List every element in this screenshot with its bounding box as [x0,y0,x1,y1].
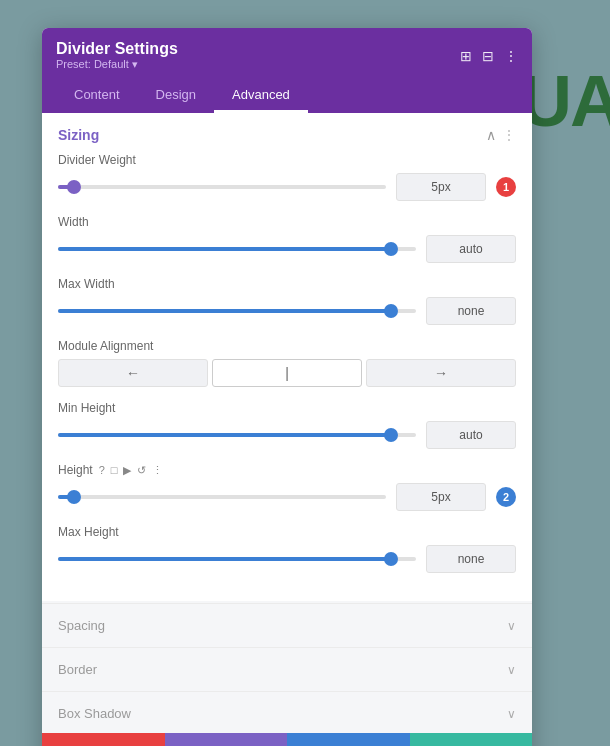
height-label-row: Height ? □ ▶ ↺ ⋮ [58,463,516,477]
max-height-label: Max Height [58,525,516,539]
min-height-slider[interactable] [58,428,416,442]
panel-icon-split[interactable]: ⊟ [482,48,494,64]
height-link-icon[interactable]: ▶ [123,464,131,477]
bottom-bar: ✕ ↺ ↻ ✓ [42,733,532,746]
sizing-section-header[interactable]: Sizing ∧ ⋮ [42,113,532,153]
sizing-section-title: Sizing [58,127,99,143]
border-section: Border ∨ [42,647,532,691]
width-slider[interactable] [58,242,416,256]
height-slider[interactable] [58,490,386,504]
sizing-section-body: Divider Weight 1 Width [42,153,532,601]
box-shadow-chevron: ∨ [507,707,516,721]
confirm-button[interactable]: ✓ [410,733,533,746]
panel-preset[interactable]: Preset: Default ▾ [56,58,178,71]
max-width-label: Max Width [58,277,516,291]
sizing-section-icons: ∧ ⋮ [486,127,516,143]
panel-title-group: Divider Settings Preset: Default ▾ [56,40,178,71]
module-alignment-label: Module Alignment [58,339,516,353]
border-header[interactable]: Border ∨ [42,648,532,691]
box-shadow-section: Box Shadow ∨ [42,691,532,733]
sizing-section: Sizing ∧ ⋮ Divider Weight [42,113,532,601]
panel-icon-more[interactable]: ⋮ [504,48,518,64]
height-more-icon[interactable]: ⋮ [152,464,163,477]
box-shadow-title: Box Shadow [58,706,131,721]
height-label: Height [58,463,93,477]
height-reset-icon[interactable]: ↺ [137,464,146,477]
max-width-slider[interactable] [58,304,416,318]
tab-advanced[interactable]: Advanced [214,79,308,113]
width-label: Width [58,215,516,229]
sizing-more-icon[interactable]: ⋮ [502,127,516,143]
divider-weight-slider[interactable] [58,180,386,194]
reset-button[interactable]: ↺ [165,733,288,746]
width-field: Width [58,215,516,263]
border-chevron: ∨ [507,663,516,677]
spacing-title: Spacing [58,618,105,633]
spacing-chevron: ∨ [507,619,516,633]
cancel-button[interactable]: ✕ [42,733,165,746]
align-left-btn[interactable]: ← [58,359,208,387]
align-right-btn[interactable]: → [366,359,516,387]
width-input[interactable] [426,235,516,263]
spacing-section: Spacing ∨ [42,603,532,647]
module-alignment-field: Module Alignment ← | → [58,339,516,387]
divider-weight-label: Divider Weight [58,153,516,167]
tab-content[interactable]: Content [56,79,138,113]
tab-design[interactable]: Design [138,79,214,113]
divider-weight-input[interactable] [396,173,486,201]
height-input[interactable] [396,483,486,511]
height-help-icon[interactable]: ? [99,464,105,476]
max-width-field: Max Width [58,277,516,325]
sizing-collapse-icon[interactable]: ∧ [486,127,496,143]
border-title: Border [58,662,97,677]
panel-title: Divider Settings [56,40,178,58]
panel-header: Divider Settings Preset: Default ▾ ⊞ ⊟ ⋮… [42,28,532,113]
divider-weight-field: Divider Weight 1 [58,153,516,201]
redo-button[interactable]: ↻ [287,733,410,746]
min-height-label: Min Height [58,401,516,415]
max-height-slider[interactable] [58,552,416,566]
spacing-header[interactable]: Spacing ∨ [42,604,532,647]
height-field: Height ? □ ▶ ↺ ⋮ [58,463,516,511]
divider-weight-badge: 1 [496,177,516,197]
panel-header-icons: ⊞ ⊟ ⋮ [460,48,518,64]
panel-body: Sizing ∧ ⋮ Divider Weight [42,113,532,733]
min-height-input[interactable] [426,421,516,449]
max-height-input[interactable] [426,545,516,573]
tab-bar: Content Design Advanced [56,79,518,113]
max-height-field: Max Height [58,525,516,573]
panel-icon-grid[interactable]: ⊞ [460,48,472,64]
max-width-input[interactable] [426,297,516,325]
min-height-field: Min Height [58,401,516,449]
align-center-btn[interactable]: | [212,359,362,387]
box-shadow-header[interactable]: Box Shadow ∨ [42,692,532,733]
height-badge: 2 [496,487,516,507]
alignment-buttons: ← | → [58,359,516,387]
settings-panel: Divider Settings Preset: Default ▾ ⊞ ⊟ ⋮… [42,28,532,746]
height-copy-icon[interactable]: □ [111,464,118,476]
